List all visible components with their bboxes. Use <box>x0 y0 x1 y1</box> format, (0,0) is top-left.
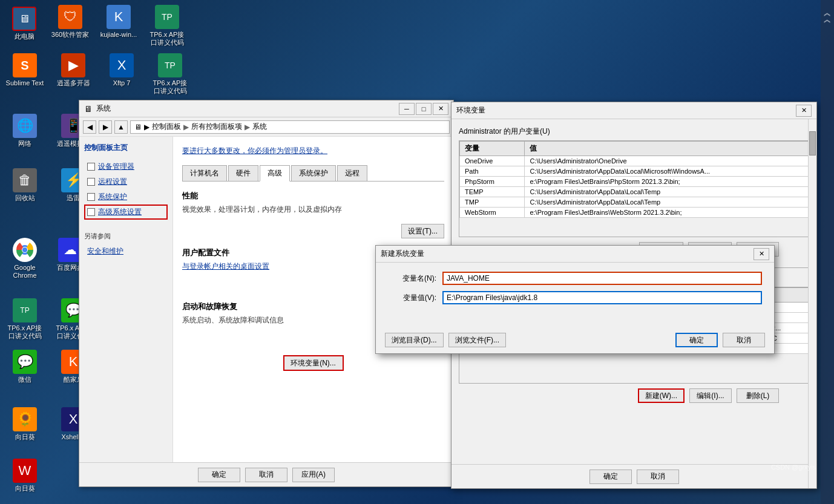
sidebar-devices-label: 设备管理器 <box>98 162 134 172</box>
user-vars-section: Administrator 的用户变量(U) 变量 值 OneDriveC:\U… <box>459 126 809 263</box>
user-var-val: C:\Users\Administrator\AppData\Local\Tem… <box>525 197 809 208</box>
user-vars-table-container[interactable]: 变量 值 OneDriveC:\Users\Administrator\OneD… <box>459 140 809 237</box>
dialog-ok-button[interactable]: 确定 <box>675 333 718 347</box>
watermark: CSDN @grxyis <box>771 463 816 471</box>
env-cancel-button[interactable]: 取消 <box>637 470 679 484</box>
system-ok-button[interactable]: 确定 <box>198 468 240 482</box>
performance-desc: 视觉效果，处理器计划，内存使用，以及虚拟内存 <box>182 205 444 215</box>
dialog-cancel-button[interactable]: 取消 <box>723 333 765 347</box>
sidebar-protection-label: 系统保护 <box>98 192 127 202</box>
var-name-label: 变量名(N): <box>388 273 436 284</box>
env-scrollbar[interactable] <box>808 119 816 488</box>
user-var-row[interactable]: TEMPC:\Users\Administrator\AppData\Local… <box>460 187 809 197</box>
user-var-name: PhpStorm <box>460 177 525 187</box>
env-scroll-thumb[interactable] <box>809 131 816 155</box>
address-sep1: ▶ <box>183 123 189 131</box>
sys-edit-button[interactable]: 编辑(I)... <box>689 388 732 403</box>
system-apply-button[interactable]: 应用(A) <box>292 468 335 482</box>
desktop-icon-kujiale[interactable]: K kujiale-win... <box>97 3 140 48</box>
system-cancel-button[interactable]: 取消 <box>245 468 287 482</box>
minimize-button[interactable]: ─ <box>399 103 415 115</box>
desktop-icon-sublime[interactable]: S Sublime Text <box>3 51 47 97</box>
checkbox-remote <box>87 178 95 186</box>
desktop-icon-this-pc[interactable]: 🖥 此电脑 <box>2 5 46 42</box>
desktop-icon-chrome[interactable]: Google Chrome <box>3 236 47 281</box>
yuanyou-icon: ▶ <box>61 53 85 77</box>
also-see-label: 另请参阅 <box>84 232 168 241</box>
var-name-row: 变量名(N): <box>388 272 762 285</box>
tab-computername[interactable]: 计算机名 <box>182 165 227 181</box>
sys-new-button[interactable]: 新建(W)... <box>638 388 685 403</box>
desktop-icon-wangri2[interactable]: W 向日葵 <box>3 457 47 494</box>
system-window-icon: 🖥 <box>84 104 93 114</box>
dialog-close-button[interactable]: ✕ <box>754 248 769 260</box>
user-var-col-name: 变量 <box>460 142 525 156</box>
desktop-icon-wangri[interactable]: 🌻 向日葵 <box>3 405 47 443</box>
sidebar-item-advanced[interactable]: 高级系统设置 <box>84 205 168 220</box>
sidebar-item-remote[interactable]: 远程设置 <box>84 174 168 189</box>
up-button[interactable]: ▲ <box>114 120 128 134</box>
desktop-icon-xftp[interactable]: X Xftp 7 <box>100 51 143 97</box>
sidebar-remote-label: 远程设置 <box>98 177 127 187</box>
user-var-val: C:\Users\Administrator\AppData\Local\Tem… <box>525 187 809 197</box>
browse-file-button[interactable]: 浏览文件(F)... <box>448 333 506 347</box>
tab-systemprotection[interactable]: 系统保护 <box>291 165 336 181</box>
desktop-icon-tp6b[interactable]: TP TP6.x AP接口讲义代码 <box>148 51 192 97</box>
checkbox-devices <box>87 163 95 171</box>
checkbox-protection <box>87 193 95 201</box>
browse-dir-button[interactable]: 浏览目录(D)... <box>385 333 444 347</box>
kujiale-icon: K <box>107 5 131 29</box>
env-ok-button[interactable]: 确定 <box>589 470 632 484</box>
user-var-row[interactable]: OneDriveC:\Users\Administrator\OneDrive <box>460 156 809 166</box>
desktop-icon-recycle[interactable]: 🗑 回收站 <box>3 166 47 204</box>
sidebar-title: 控制面板主页 <box>84 143 168 153</box>
address-part1: ▶ <box>144 123 149 131</box>
env-button-row: 环境变量(N)... <box>182 355 444 371</box>
var-value-input[interactable] <box>442 291 762 304</box>
maximize-button[interactable]: □ <box>416 103 432 115</box>
svg-point-3 <box>22 247 27 252</box>
tp6-icon: TP <box>155 5 179 29</box>
close-button[interactable]: ✕ <box>433 103 448 115</box>
address-bar: 🖥 ▶ 控制面板 ▶ 所有控制面板项 ▶ 系统 <box>130 120 450 134</box>
user-vars-table: 变量 值 OneDriveC:\Users\Administrator\OneD… <box>459 141 809 218</box>
var-name-input[interactable] <box>442 272 762 285</box>
tab-hardware[interactable]: 硬件 <box>228 165 258 181</box>
performance-section: 性能 视觉效果，处理器计划，内存使用，以及虚拟内存 设置(T)... <box>182 191 444 238</box>
user-var-row[interactable]: PathC:\Users\Administrator\AppData\Local… <box>460 166 809 177</box>
sidebar: 控制面板主页 设备管理器 远程设置 系统保护 高级系统设置 <box>79 137 173 462</box>
user-var-row[interactable]: WebStorme:\Program Files\JetBrains\WebSt… <box>460 208 809 218</box>
performance-settings-button[interactable]: 设置(T)... <box>401 224 444 238</box>
desktop-icon-yuanyou[interactable]: ▶ 逍遥多开器 <box>51 51 95 97</box>
desktop-icon-network[interactable]: 🌐 网络 <box>3 112 47 149</box>
tab-remote[interactable]: 远程 <box>337 165 367 181</box>
env-variables-button[interactable]: 环境变量(N)... <box>283 355 344 371</box>
sidebar-security[interactable]: 安全和维护 <box>84 244 168 259</box>
window-controls: ─ □ ✕ <box>399 103 448 115</box>
env-close-button[interactable]: ✕ <box>796 105 812 117</box>
dialog-content: 变量名(N): 变量值(V): <box>376 263 774 330</box>
network-icon: 🌐 <box>13 114 37 138</box>
right-panel: ❮ ❮ <box>821 0 834 504</box>
desktop-icon-wechat2[interactable]: 💬 微信 <box>3 348 47 385</box>
tab-advanced[interactable]: 高级 <box>260 165 290 182</box>
desktop-icon-360[interactable]: 🛡 360软件管家 <box>48 3 92 48</box>
user-var-row[interactable]: TMPC:\Users\Administrator\AppData\Local\… <box>460 197 809 208</box>
wangri-icon: 🌻 <box>13 407 37 431</box>
address-sep2: ▶ <box>245 123 250 131</box>
desktop-icon-tp6c[interactable]: TP TP6.x AP接口讲义代码 <box>3 296 47 342</box>
sidebar-item-protection[interactable]: 系统保护 <box>84 189 168 205</box>
user-var-row[interactable]: PhpStorme:\Program Files\JetBrains\PhpSt… <box>460 177 809 187</box>
sys-delete-button[interactable]: 删除(L) <box>737 388 779 403</box>
user-var-name: TMP <box>460 197 525 208</box>
address-control-panel: 控制面板 <box>152 122 181 132</box>
forward-button[interactable]: ▶ <box>99 120 112 134</box>
var-value-row: 变量值(V): <box>388 291 762 304</box>
system-window-titlebar: 🖥 系统 ─ □ ✕ <box>79 100 453 117</box>
desktop-icon-tp6[interactable]: TP TP6.x AP接口讲义代码 <box>145 3 189 48</box>
back-button[interactable]: ◀ <box>83 120 96 134</box>
address-all-items: 所有控制面板项 <box>191 122 242 132</box>
address-system: 系统 <box>252 122 267 132</box>
sidebar-item-devices[interactable]: 设备管理器 <box>84 159 168 174</box>
360-icon: 🛡 <box>58 5 82 29</box>
